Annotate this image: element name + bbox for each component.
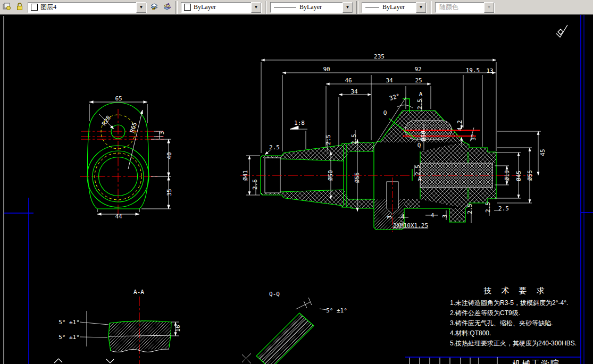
layer-combo-value: 图层4 [40,3,136,12]
toolbar-separator-2 [265,1,267,14]
layers-arrow-icon [150,2,160,13]
layer-properties-button[interactable] [1,2,13,13]
make-object-layer-current-button[interactable] [149,2,161,13]
layer-previous-button[interactable] [162,2,173,13]
lineweight-combo-value: ByLayer [382,3,416,11]
layer-color-swatch [31,4,38,11]
color-combo-value: ByLayer [194,3,251,11]
layer-properties-icon [3,2,11,13]
linetype-glyph [274,7,296,7]
layer-combo[interactable]: 图层4 ▼ [28,2,147,13]
lineweight-combo-arrow[interactable]: ▼ [416,2,426,13]
linetype-combo[interactable]: ByLayer ▼ [270,2,353,13]
linetype-combo-arrow[interactable]: ▼ [343,2,353,13]
drawing-canvas[interactable] [0,15,593,364]
plotstyle-combo: 随颜色 ▼ [435,2,495,13]
layer-previous-icon [163,2,172,13]
toolbar-separator-3 [356,1,358,14]
toolbar: 图层4 ▼ ByLayer ▼ ByLayer ▼ ByLaye [0,0,593,15]
toolbar-separator-4 [430,1,432,14]
toolbar-separator-1 [176,1,178,14]
lineweight-glyph [365,7,379,7]
layer-combo-arrow[interactable]: ▼ [136,2,146,13]
color-swatch [184,4,191,11]
lineweight-combo[interactable]: ByLayer ▼ [362,2,427,13]
padlock-icon [15,2,24,13]
cad-window: 图层4 ▼ ByLayer ▼ ByLayer ▼ ByLaye [0,0,593,364]
plotstyle-combo-value: 随颜色 [439,3,484,12]
color-combo[interactable]: ByLayer ▼ [181,2,262,13]
color-combo-arrow[interactable]: ▼ [251,2,261,13]
linetype-combo-value: ByLayer [299,3,343,11]
layer-lock-button[interactable] [14,2,26,13]
plotstyle-combo-arrow: ▼ [484,2,494,13]
